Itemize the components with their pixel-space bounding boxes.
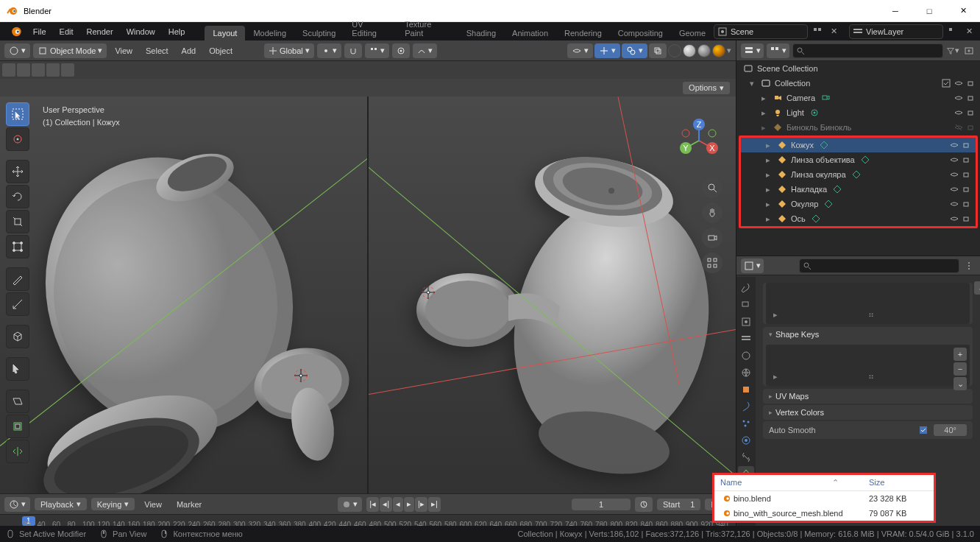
- frame-start[interactable]: Start 1: [657, 499, 700, 510]
- shape-keys-header[interactable]: ▾Shape Keys: [763, 327, 973, 342]
- prop-tab-modifier[interactable]: [738, 398, 754, 415]
- outliner-scene-collection[interactable]: Scene Collection: [736, 61, 980, 76]
- add-shapekey[interactable]: +: [954, 348, 967, 361]
- tab-shading[interactable]: Shading: [458, 26, 504, 41]
- prop-tab-viewlayer[interactable]: [738, 331, 754, 347]
- tab-layout[interactable]: Layout: [205, 26, 245, 41]
- prop-tab-object[interactable]: [738, 381, 754, 398]
- autosmooth-angle[interactable]: 40°: [934, 424, 967, 436]
- tab-modeling[interactable]: Modeling: [245, 26, 294, 41]
- sel-tool-2[interactable]: [17, 63, 30, 77]
- remove-shapekey[interactable]: −: [954, 362, 967, 376]
- vp-menu-object[interactable]: Object: [204, 46, 238, 55]
- proportional-falloff[interactable]: ▾: [413, 43, 437, 58]
- viewlayer-close-icon[interactable]: ✕: [962, 25, 976, 38]
- eye-icon[interactable]: [954, 94, 963, 102]
- camera-icon[interactable]: [962, 141, 971, 149]
- sel-tool-3[interactable]: [32, 63, 45, 77]
- play[interactable]: ▸: [404, 497, 414, 512]
- nav-persp[interactable]: [702, 253, 722, 273]
- file-row-bino-source[interactable]: bino_with_source_mesh.blend 79 087 KB: [714, 506, 934, 521]
- nav-gizmo[interactable]: XYZ: [675, 117, 722, 164]
- expand-button[interactable]: ⌄: [974, 281, 980, 295]
- props-options-icon[interactable]: [962, 259, 976, 272]
- proportional-edit[interactable]: [392, 43, 410, 58]
- outliner-search[interactable]: [792, 43, 943, 58]
- checkbox-icon[interactable]: [942, 79, 951, 88]
- tab-sculpting[interactable]: Sculpting: [294, 26, 344, 41]
- sel-tool-4[interactable]: [46, 63, 60, 77]
- scene-browse-icon[interactable]: [811, 25, 824, 38]
- vp-menu-select[interactable]: Select: [141, 46, 174, 55]
- outliner-tree[interactable]: Scene Collection ▾ Collection ▸ Camera ▸…: [736, 61, 980, 256]
- shading-material[interactable]: [697, 44, 711, 57]
- tool-cursor[interactable]: [6, 127, 29, 151]
- minimize-button[interactable]: ─: [878, 0, 912, 22]
- frame-current[interactable]: 1: [572, 499, 631, 510]
- sel-tool-1[interactable]: [2, 63, 15, 77]
- file-row-bino[interactable]: bino.blend 23 328 KB: [714, 491, 934, 506]
- eye-icon[interactable]: [954, 108, 963, 117]
- jump-next-key[interactable]: |▸: [415, 497, 427, 512]
- timeline-editor-type[interactable]: ▾: [4, 497, 30, 512]
- outliner-item-nakladka[interactable]: ▸ Накладка: [741, 182, 976, 197]
- shading-rendered[interactable]: [712, 44, 725, 57]
- prop-tab-particles[interactable]: [738, 415, 754, 432]
- eye-icon[interactable]: [950, 170, 959, 179]
- eye-icon[interactable]: [950, 214, 959, 223]
- viewlayer-browse-icon[interactable]: [946, 25, 959, 38]
- outliner-item-lens-objective[interactable]: ▸ Линза объектива: [741, 152, 976, 167]
- close-button[interactable]: ✕: [946, 0, 980, 22]
- transform-orient[interactable]: Global▾: [264, 43, 314, 58]
- timeline-view[interactable]: View: [139, 500, 167, 509]
- menu-edit[interactable]: Edit: [53, 27, 80, 36]
- jump-end[interactable]: ▸|: [428, 497, 441, 512]
- object-visibility[interactable]: ▾: [567, 43, 593, 58]
- properties-search[interactable]: [799, 258, 959, 273]
- outliner-item-os[interactable]: ▸ Ось: [741, 211, 976, 226]
- tab-geometry[interactable]: Geome: [671, 26, 714, 41]
- eye-icon[interactable]: [950, 185, 959, 194]
- sel-tool-5[interactable]: [61, 63, 74, 77]
- prop-tab-world[interactable]: [738, 365, 754, 381]
- tool-annotate[interactable]: [6, 267, 29, 291]
- outliner-item-kozhukh[interactable]: ▸ Кожух: [741, 138, 976, 152]
- menu-file[interactable]: File: [26, 27, 53, 36]
- camera-icon[interactable]: [962, 185, 971, 194]
- jump-prev-key[interactable]: ◂|: [380, 497, 392, 512]
- tool-tosphere[interactable]: [6, 415, 29, 438]
- shading-wireframe[interactable]: [668, 44, 681, 57]
- autosmooth-checkbox[interactable]: [919, 426, 928, 434]
- prop-tab-tool[interactable]: [738, 280, 754, 296]
- maximize-button[interactable]: □: [912, 0, 946, 22]
- camera-icon[interactable]: [962, 155, 971, 164]
- camera-icon[interactable]: [967, 79, 976, 88]
- shape-keys-list[interactable]: +−⌄ ▸ ⠶: [766, 345, 970, 386]
- tool-cursor-alt[interactable]: [6, 357, 29, 381]
- snap-options[interactable]: ▾: [365, 43, 389, 58]
- menu-render[interactable]: Render: [80, 27, 120, 36]
- eye-icon[interactable]: [950, 200, 959, 208]
- scene-close-icon[interactable]: ✕: [827, 25, 840, 38]
- tool-scale[interactable]: [6, 210, 29, 233]
- camera-icon[interactable]: [967, 94, 976, 102]
- vp-menu-add[interactable]: Add: [177, 46, 202, 55]
- playback-dropdown[interactable]: Playback▾: [35, 498, 87, 510]
- outliner-item-okulyar[interactable]: ▸ Окуляр: [741, 197, 976, 211]
- blender-icon[interactable]: [7, 24, 22, 39]
- vp-menu-view[interactable]: View: [110, 46, 138, 55]
- prop-tab-render[interactable]: [738, 297, 754, 313]
- nav-zoom[interactable]: [702, 177, 722, 198]
- frame-marker-icon[interactable]: [635, 497, 653, 512]
- viewport-right[interactable]: XYZ: [369, 96, 736, 493]
- keying-dropdown[interactable]: Keying▾: [91, 498, 135, 510]
- gizmo-toggle[interactable]: ▾: [594, 43, 620, 58]
- timeline-marker[interactable]: Marker: [171, 500, 207, 509]
- eye-icon[interactable]: [954, 79, 963, 88]
- camera-icon[interactable]: [967, 108, 976, 117]
- camera-icon[interactable]: [962, 200, 971, 208]
- mode-selector[interactable]: Object Mode▾: [33, 43, 107, 58]
- props-editor-type[interactable]: ▾: [741, 258, 764, 273]
- tab-compositing[interactable]: Compositing: [610, 26, 671, 41]
- options-dropdown[interactable]: Options▾: [683, 82, 730, 94]
